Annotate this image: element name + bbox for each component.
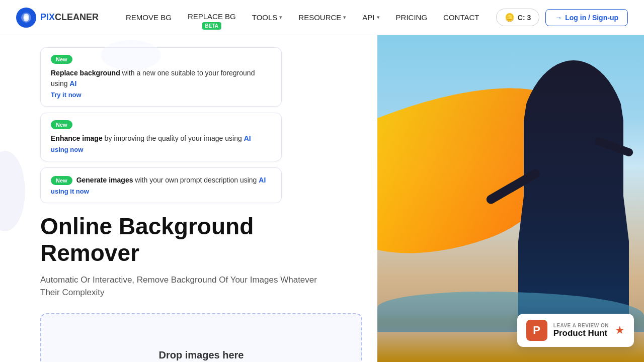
new-badge-0: New <box>51 55 72 64</box>
try-link-2[interactable]: using it now <box>51 188 89 195</box>
nav-contact[interactable]: CONTACT <box>436 9 486 26</box>
feature-card-2: New Generate images with your own prompt… <box>40 167 282 203</box>
login-arrow-icon: → <box>555 14 562 22</box>
drop-text: Drop images here <box>159 349 244 361</box>
feature-text-1: Enhance image by improving the quality o… <box>51 133 251 144</box>
nav-resource[interactable]: RESOURCE ▾ <box>291 9 353 26</box>
feature-card-0: New Replace background with a new one su… <box>40 47 282 107</box>
credits-button[interactable]: 🪙 C: 3 <box>496 9 539 26</box>
ph-leave-label: LEAVE A REVIEW ON <box>553 323 609 328</box>
ph-name: Product Hunt <box>553 328 609 338</box>
hero-title: Online Background Remover <box>40 213 357 266</box>
api-chevron: ▾ <box>377 14 380 21</box>
feature-text-2: Generate images with your own prompt des… <box>76 175 266 186</box>
beta-badge: BETA <box>202 22 221 30</box>
login-label: Log in / Sign-up <box>565 14 618 22</box>
svg-point-1 <box>24 16 28 20</box>
new-badge-2: New <box>51 176 72 185</box>
hero-image: P LEAVE A REVIEW ON Product Hunt ★ <box>377 35 644 362</box>
drop-zone[interactable]: Drop images here <box>40 313 362 362</box>
try-link-0[interactable]: Try it now <box>51 91 82 99</box>
product-hunt-badge[interactable]: P LEAVE A REVIEW ON Product Hunt ★ <box>517 314 634 347</box>
main-area: New Replace background with a new one su… <box>0 35 644 362</box>
credits-value: C: 3 <box>518 14 531 22</box>
nav-api[interactable]: API ▾ <box>355 9 386 26</box>
ph-text: LEAVE A REVIEW ON Product Hunt <box>553 323 609 338</box>
ph-icon-wrap: P <box>526 320 547 341</box>
logo-icon <box>16 8 36 28</box>
nav-right: 🪙 C: 3 → Log in / Sign-up <box>496 9 628 26</box>
tools-chevron: ▾ <box>279 14 282 21</box>
hero-section: Online Background Remover Automatic Or I… <box>40 213 357 362</box>
nav-remove-bg[interactable]: REMOVE BG <box>119 9 179 26</box>
ph-star-icon: ★ <box>615 324 625 337</box>
nav-pricing[interactable]: PRICING <box>389 9 435 26</box>
login-button[interactable]: → Log in / Sign-up <box>545 9 628 26</box>
nav-links: REMOVE BG REPLACE BG BETA TOOLS ▾ RESOUR… <box>119 8 496 27</box>
navbar: PIXCLEANER REMOVE BG REPLACE BG BETA TOO… <box>0 0 644 35</box>
try-link-1[interactable]: using now <box>51 146 83 153</box>
feature-text-0: Replace background with a new one suitab… <box>51 68 271 89</box>
left-panel: New Replace background with a new one su… <box>0 35 377 362</box>
new-badge-1: New <box>51 120 72 129</box>
nav-replace-bg[interactable]: REPLACE BG BETA <box>181 8 243 27</box>
feature-card-1: New Enhance image by improving the quali… <box>40 113 282 161</box>
hero-subtitle: Automatic Or Interactive, Remove Backgro… <box>40 274 332 299</box>
blob-left <box>0 151 25 231</box>
logo-text: PIXCLEANER <box>40 12 99 23</box>
blob-top <box>101 40 161 70</box>
ph-logo-icon: P <box>533 324 540 337</box>
nav-tools[interactable]: TOOLS ▾ <box>245 9 290 26</box>
coin-icon: 🪙 <box>505 13 515 22</box>
logo[interactable]: PIXCLEANER <box>16 8 99 28</box>
right-panel: P LEAVE A REVIEW ON Product Hunt ★ <box>377 35 644 362</box>
resource-chevron: ▾ <box>343 14 346 21</box>
